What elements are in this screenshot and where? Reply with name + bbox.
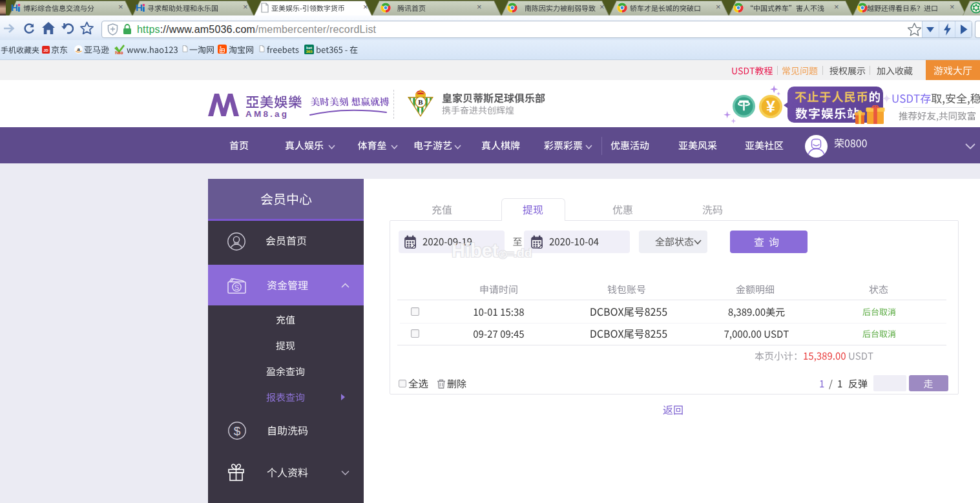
svg-text:B: B (418, 98, 423, 106)
svg-text:365: 365 (306, 49, 313, 54)
svg-text:$: $ (234, 424, 241, 438)
svg-text:JD: JD (43, 48, 48, 52)
svg-text:S: S (235, 283, 239, 291)
svg-text:¥: ¥ (766, 98, 775, 116)
svg-text:H: H (11, 3, 18, 13)
svg-text:hao: hao (115, 50, 123, 54)
svg-text:a: a (77, 46, 80, 52)
